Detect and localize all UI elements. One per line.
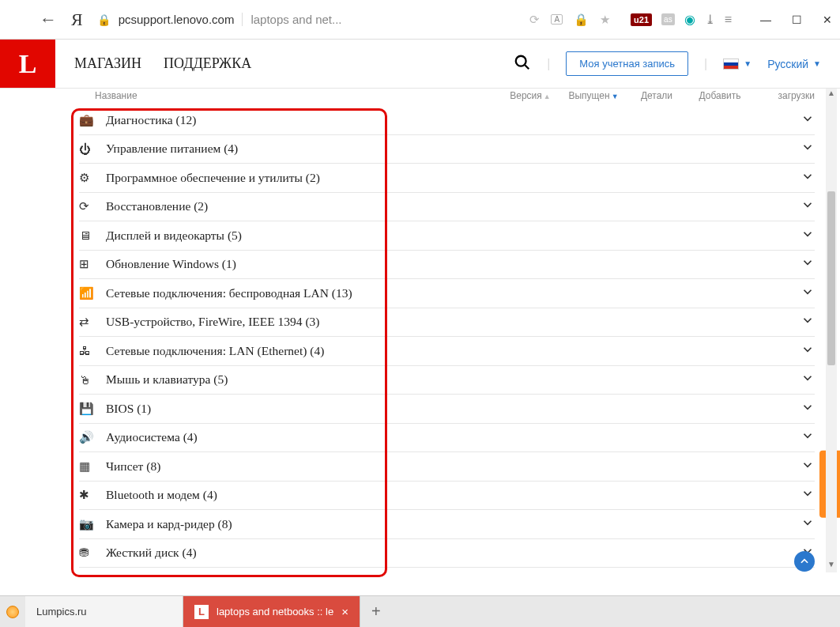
- category-row[interactable]: 💾BIOS (1): [79, 395, 815, 424]
- category-label: Восстановление (2): [106, 199, 791, 213]
- category-label: Жесткий диск (4): [106, 546, 791, 560]
- nav-support[interactable]: ПОДДЕРЖКА: [164, 55, 251, 72]
- close-button[interactable]: ✕: [823, 13, 832, 26]
- scroll-to-top-button[interactable]: [794, 551, 815, 572]
- col-details[interactable]: Детали: [625, 90, 688, 101]
- bookmark-icon[interactable]: ★: [600, 13, 610, 27]
- lastfm-icon[interactable]: as: [661, 13, 675, 25]
- chevron-down-icon[interactable]: [791, 516, 815, 533]
- ublock-icon[interactable]: u21: [631, 13, 652, 26]
- mouse-icon: 🖱: [79, 373, 106, 387]
- extension-teal-icon[interactable]: ◉: [684, 12, 695, 27]
- category-row[interactable]: ⊞Обновление Windows (1): [79, 251, 815, 280]
- back-button[interactable]: ←: [40, 9, 57, 30]
- scroll-up-icon[interactable]: ▲: [826, 89, 837, 101]
- chevron-down-icon[interactable]: [791, 227, 815, 244]
- camera-icon: 📷: [79, 517, 106, 531]
- category-label: Дисплей и видеокарты (5): [106, 229, 791, 243]
- scrollbar-thumb[interactable]: [827, 191, 835, 365]
- category-row[interactable]: 📶Сетевые подключения: беспроводная LAN (…: [79, 279, 815, 308]
- download-icon[interactable]: ⤓: [705, 12, 715, 27]
- category-row[interactable]: ⇄USB-устройство, FireWire, IEEE 1394 (3): [79, 308, 815, 338]
- category-label: Программное обеспечение и утилиты (2): [106, 171, 791, 185]
- ethernet-icon: 🖧: [79, 344, 106, 357]
- col-add[interactable]: Добавить: [688, 90, 751, 101]
- chevron-down-icon[interactable]: [791, 140, 815, 157]
- col-version[interactable]: Версия▲: [499, 90, 562, 101]
- minimize-button[interactable]: —: [760, 13, 771, 26]
- category-label: USB-устройство, FireWire, IEEE 1394 (3): [106, 315, 791, 329]
- svg-line-1: [525, 64, 529, 69]
- category-row[interactable]: ✱Bluetooth и модем (4): [79, 482, 815, 511]
- col-name[interactable]: Название: [95, 90, 499, 101]
- category-row[interactable]: ⟳Восстановление (2): [79, 193, 815, 222]
- chevron-down-icon[interactable]: [791, 169, 815, 187]
- scroll-down-icon[interactable]: ▼: [826, 560, 837, 572]
- new-tab-button[interactable]: +: [360, 596, 392, 627]
- category-label: Bluetooth и модем (4): [106, 488, 791, 502]
- category-row[interactable]: 📷Камера и кард-ридер (8): [79, 510, 815, 539]
- category-row[interactable]: 🖱Мышь и клавиатура (5): [79, 366, 815, 395]
- menu-icon[interactable]: ≡: [725, 13, 732, 27]
- country-selector[interactable]: ▼: [723, 59, 751, 70]
- category-row[interactable]: 🖥Дисплей и видеокарты (5): [79, 221, 815, 251]
- tab-label: Lumpics.ru: [36, 606, 87, 618]
- search-icon[interactable]: [514, 54, 531, 74]
- table-header: Название Версия▲ Выпущен▼ Детали Добавит…: [0, 89, 840, 106]
- translate-icon[interactable]: А: [551, 14, 563, 25]
- lenovo-logo[interactable]: L: [0, 40, 55, 88]
- chevron-down-icon[interactable]: [791, 255, 815, 273]
- chevron-down-icon[interactable]: [791, 429, 815, 446]
- category-row[interactable]: 💼Диагностика (12): [79, 106, 815, 135]
- svg-point-0: [516, 55, 526, 66]
- category-label: Управление питанием (4): [106, 142, 791, 156]
- category-label: BIOS (1): [106, 402, 791, 416]
- browser-tab-strip: Lumpics.ru L laptops and netbooks :: le …: [0, 595, 840, 627]
- url-title: laptops and net...: [242, 13, 341, 26]
- category-row[interactable]: ⛃Жесткий диск (4): [79, 539, 815, 568]
- chevron-down-icon[interactable]: [791, 111, 815, 129]
- usb-icon: ⇄: [79, 315, 106, 329]
- chip-icon: ▦: [79, 459, 106, 474]
- category-row[interactable]: ▦Чипсет (8): [79, 452, 815, 482]
- maximize-button[interactable]: ☐: [792, 13, 802, 26]
- shield-icon[interactable]: 🔒: [574, 13, 589, 27]
- category-label: Обновление Windows (1): [106, 257, 791, 271]
- power-icon: ⏻: [79, 142, 106, 156]
- category-row[interactable]: 🖧Сетевые подключения: LAN (Ethernet) (4): [79, 337, 815, 366]
- chevron-down-icon[interactable]: [791, 486, 815, 504]
- browser-tab-active[interactable]: L laptops and netbooks :: le ×: [183, 596, 360, 627]
- col-released[interactable]: Выпущен▼: [562, 90, 625, 101]
- col-download[interactable]: загрузки: [751, 90, 815, 101]
- category-row[interactable]: ⏻Управление питанием (4): [79, 135, 815, 164]
- chevron-down-icon[interactable]: [791, 342, 815, 360]
- yandex-logo[interactable]: Я: [71, 9, 83, 30]
- tab-favicon-icon: L: [194, 605, 209, 619]
- briefcase-icon: 💼: [79, 113, 106, 127]
- browser-tab[interactable]: Lumpics.ru: [25, 596, 183, 627]
- nav-shop[interactable]: МАГАЗИН: [74, 55, 141, 72]
- account-button[interactable]: Моя учетная запись: [566, 51, 688, 76]
- chevron-down-icon[interactable]: [791, 400, 815, 417]
- chevron-down-icon[interactable]: [791, 458, 815, 475]
- category-list: 💼Диагностика (12)⏻Управление питанием (4…: [0, 106, 840, 568]
- tab-label: laptops and netbooks :: le: [217, 606, 333, 618]
- audio-icon: 🔊: [79, 430, 106, 444]
- language-selector[interactable]: Русский ▼: [767, 58, 821, 70]
- category-row[interactable]: 🔊Аудиосистема (4): [79, 424, 815, 453]
- chevron-down-icon[interactable]: [791, 285, 815, 302]
- chevron-down-icon[interactable]: [791, 198, 815, 215]
- category-label: Чипсет (8): [106, 459, 791, 474]
- category-label: Сетевые подключения: беспроводная LAN (1…: [106, 286, 791, 300]
- reader-icon[interactable]: ⟳: [529, 13, 540, 27]
- chevron-down-icon[interactable]: [791, 371, 815, 388]
- category-label: Аудиосистема (4): [106, 430, 791, 444]
- display-icon: 🖥: [79, 229, 106, 242]
- tab-close-icon[interactable]: ×: [341, 605, 348, 618]
- address-bar[interactable]: 🔒 pcsupport.lenovo.com laptops and net..…: [97, 13, 516, 26]
- wifi-icon: 📶: [79, 286, 106, 300]
- vertical-scrollbar[interactable]: ▲ ▼: [826, 89, 837, 572]
- extension-icons: u21 as ◉ ⤓ ≡: [631, 12, 732, 27]
- category-row[interactable]: ⚙Программное обеспечение и утилиты (2): [79, 164, 815, 193]
- chevron-down-icon[interactable]: [791, 313, 815, 330]
